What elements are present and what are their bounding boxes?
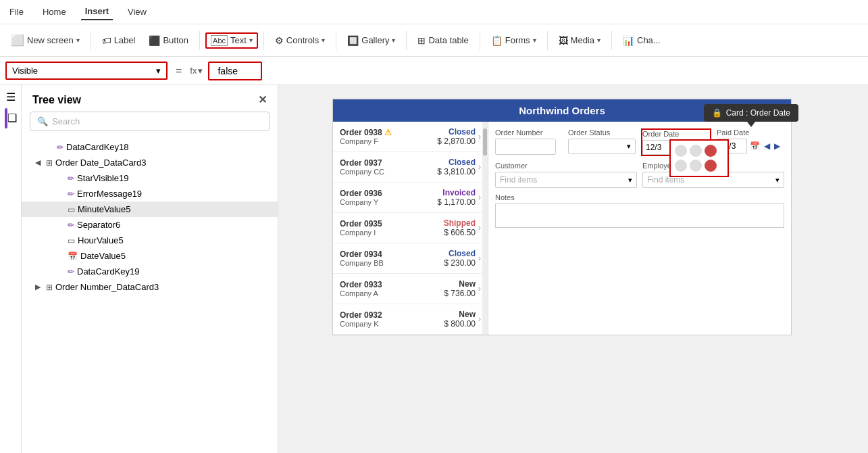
new-screen-button[interactable]: ⬜ New screen ▾ (5, 31, 85, 49)
customer-select[interactable]: Find items ▾ (495, 172, 637, 188)
datepicker-popup[interactable] (669, 139, 729, 177)
dp-circle-red (705, 145, 717, 157)
text-icon: Abc (211, 35, 228, 46)
list-item[interactable]: Order 0936 Company Y Invoiced $ 1,170.00… (333, 183, 488, 213)
fx-chevron: ▾ (198, 66, 203, 76)
arrow-icon-0935: › (478, 223, 481, 233)
sidebar-icon-layers[interactable]: ❑ (5, 112, 17, 124)
label-button[interactable]: 🏷 Label (97, 32, 141, 49)
form-group-customer: Customer Find items ▾ (495, 162, 637, 188)
tree-item-ordernumber-datacard3[interactable]: ▶ ⊞ Order Number_DataCard3 (22, 279, 278, 295)
form-group-order-status: Order Status ▾ (568, 128, 636, 156)
paid-date-nav-right[interactable]: ▶ (773, 140, 782, 152)
forms-chevron: ▾ (533, 37, 536, 44)
arrow-icon-0938: › (478, 132, 481, 141)
select-chevron: ▾ (627, 142, 631, 151)
list-item[interactable]: Order 0938 ⚠ Company F Closed $ 2,870.00… (333, 122, 488, 152)
edit-icon: ✏ (57, 143, 63, 152)
label-icon: 🏷 (102, 35, 111, 46)
tree-panel: Tree view ✕ 🔍 Search ✏ DataCardKey18 ◀ ⊞… (22, 85, 278, 453)
main-area: ☰ ❑ Tree view ✕ 🔍 Search ✏ DataCardKey18… (0, 85, 868, 453)
controls-button[interactable]: ⚙ Controls ▾ (270, 32, 330, 49)
button-icon: ⬛ (149, 35, 160, 46)
menu-insert[interactable]: Insert (81, 3, 113, 20)
rect-icon-2: ▭ (68, 236, 75, 245)
tree-item-orderdate-datacard3[interactable]: ◀ ⊞ Order Date_DataCard3 (22, 155, 278, 170)
tree-search-box[interactable]: 🔍 Search (30, 112, 270, 131)
separator-4 (336, 31, 336, 50)
separator-7 (547, 31, 548, 50)
formula-value-input[interactable]: false (208, 62, 262, 80)
tree-item-datevalue5[interactable]: 📅 DateValue5 (22, 248, 278, 264)
dp-circle-red (705, 160, 717, 172)
edit-icon-2: ✏ (68, 174, 74, 183)
scroll-thumb (483, 128, 487, 156)
dp-circle (675, 160, 687, 172)
notes-textarea[interactable] (495, 204, 784, 228)
chart-button[interactable]: 📊 Cha... (617, 32, 666, 49)
list-item[interactable]: Order 0935 Company I Shipped $ 606.50 › (333, 213, 488, 243)
form-group-order-number: Order Number (495, 128, 563, 156)
form-row-2: Customer Find items ▾ Employee Fin (495, 162, 784, 188)
tree-item-starvisible19[interactable]: ✏ StarVisible19 (22, 170, 278, 186)
order-date-input[interactable] (642, 140, 673, 155)
active-indicator (5, 108, 7, 128)
menu-view[interactable]: View (124, 4, 151, 20)
dp-circle (690, 145, 702, 157)
sidebar-icon-menu[interactable]: ☰ (6, 91, 16, 103)
arrow-icon-0933: › (478, 284, 481, 293)
date-input-row: 📅 (642, 140, 710, 155)
media-button[interactable]: 🖼 Media ▾ (553, 32, 606, 49)
tree-item-errormessage19[interactable]: ✏ ErrorMessage19 (22, 186, 278, 201)
separator-8 (611, 31, 612, 50)
chart-icon: 📊 (623, 35, 634, 46)
tree-item-datacardkey19[interactable]: ✏ DataCardKey19 (22, 264, 278, 279)
tree-item-datacardkey18[interactable]: ✏ DataCardKey18 (22, 139, 278, 155)
gallery-button[interactable]: 🔲 Gallery ▾ (342, 32, 401, 49)
order-status-select[interactable]: ▾ (568, 139, 636, 154)
fx-button[interactable]: fx ▾ (190, 66, 203, 76)
order-number-input[interactable] (495, 139, 556, 155)
paid-date-nav-left[interactable]: ◀ (763, 140, 771, 152)
hamburger-icon: ☰ (6, 91, 16, 103)
form-row-1: Order Number Order Status ▾ (495, 128, 784, 156)
scrollbar[interactable] (482, 122, 488, 335)
media-icon: 🖼 (559, 35, 568, 46)
arrow-icon-0936: › (478, 193, 481, 202)
gallery-chevron: ▾ (392, 37, 395, 44)
arrow-icon-0937: › (478, 162, 481, 172)
tree-item-hourvalue5[interactable]: ▭ HourValue5 (22, 233, 278, 248)
canvas-area: 🔒 Card : Order Date Northwind Orders Ord… (278, 85, 868, 453)
tree-title: Tree view (32, 94, 81, 106)
edit-icon-3: ✏ (68, 189, 74, 199)
menu-file[interactable]: File (5, 4, 28, 20)
text-button[interactable]: Abc Text ▾ (205, 32, 258, 49)
forms-button[interactable]: 📋 Forms ▾ (486, 32, 542, 49)
new-screen-chevron: ▾ (76, 37, 80, 44)
menu-home[interactable]: Home (39, 4, 70, 20)
list-item[interactable]: Order 0934 Company BB Closed $ 230.00 › (333, 243, 488, 274)
order-date-label: Order Date (642, 130, 710, 138)
northwind-container: Northwind Orders Order 0938 ⚠ Company F … (332, 99, 792, 335)
list-item[interactable]: Order 0933 Company A New $ 736.00 › (333, 274, 488, 304)
property-selector[interactable]: Visible ▾ (5, 62, 168, 80)
orders-list: Order 0938 ⚠ Company F Closed $ 2,870.00… (333, 122, 488, 335)
customer-label: Customer (495, 162, 637, 170)
list-item[interactable]: Order 0937 Company CC Closed $ 3,810.00 … (333, 152, 488, 183)
tree-item-separator6[interactable]: ✏ Separator6 (22, 217, 278, 233)
paid-date-label: Paid Date (717, 128, 784, 137)
form-row-notes: Notes (495, 193, 784, 228)
order-number-label: Order Number (495, 128, 563, 137)
layers-icon: ❑ (7, 112, 17, 124)
tree-item-minutevalue5[interactable]: ▭ MinuteValue5 (22, 201, 278, 217)
arrow-icon-0932: › (478, 314, 481, 324)
data-table-button[interactable]: ⊞ Data table (412, 32, 474, 49)
gallery-icon: 🔲 (347, 35, 359, 46)
button-button[interactable]: ⬛ Button (143, 32, 194, 49)
list-item[interactable]: Order 0932 Company K New $ 800.00 › (333, 304, 488, 335)
paid-date-cal-icon[interactable]: 📅 (748, 140, 761, 152)
card-tooltip: 🔒 Card : Order Date (704, 104, 798, 122)
tree-close-button[interactable]: ✕ (258, 93, 267, 106)
separator-5 (406, 31, 407, 50)
search-icon: 🔍 (37, 116, 48, 126)
